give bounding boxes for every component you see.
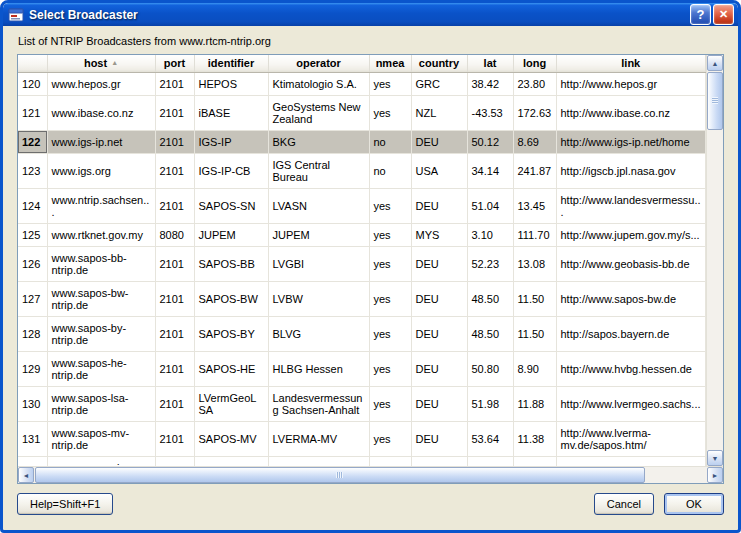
- cell-num[interactable]: 120: [18, 72, 47, 95]
- column-header-identifier[interactable]: identifier: [194, 55, 268, 72]
- cell-host[interactable]: www.hepos.gr: [47, 72, 155, 95]
- cell-operator[interactable]: LGN: [268, 456, 369, 466]
- cell-port[interactable]: 2101: [155, 281, 194, 316]
- table-row[interactable]: 122www.igs-ip.net2101IGS-IPBKGnoDEU50.12…: [18, 130, 706, 153]
- cell-operator[interactable]: BKG: [268, 130, 369, 153]
- cell-long[interactable]: 11.38: [513, 421, 556, 456]
- table-row[interactable]: 132www.sapos-ni-ntrip.de2101SAPOS-NILGNy…: [18, 456, 706, 466]
- cell-link[interactable]: http://sapos.bayern.de: [556, 316, 706, 351]
- cell-lat[interactable]: 48.50: [467, 281, 513, 316]
- cell-country[interactable]: DEU: [411, 130, 467, 153]
- column-header-country[interactable]: country: [411, 55, 467, 72]
- column-header-link[interactable]: link: [556, 55, 706, 72]
- cell-port[interactable]: 2101: [155, 351, 194, 386]
- titlebar-help-icon[interactable]: ?: [690, 4, 711, 25]
- cell-country[interactable]: DEU: [411, 281, 467, 316]
- cell-nmea[interactable]: yes: [369, 223, 411, 246]
- cell-num[interactable]: 131: [18, 421, 47, 456]
- cell-link[interactable]: http://www.lvermgeo.sachs...: [556, 386, 706, 421]
- cell-long[interactable]: 11.88: [513, 386, 556, 421]
- cell-host[interactable]: www.sapos-ni-ntrip.de: [47, 456, 155, 466]
- cell-country[interactable]: NZL: [411, 95, 467, 130]
- cell-num[interactable]: 126: [18, 246, 47, 281]
- cell-long[interactable]: 11.50: [513, 281, 556, 316]
- cell-host[interactable]: www.igs.org: [47, 153, 155, 188]
- cell-identifier[interactable]: SAPOS-BB: [194, 246, 268, 281]
- cell-num[interactable]: 127: [18, 281, 47, 316]
- cell-nmea[interactable]: yes: [369, 386, 411, 421]
- cell-host[interactable]: www.sapos-he-ntrip.de: [47, 351, 155, 386]
- cell-port[interactable]: 2101: [155, 421, 194, 456]
- help-button[interactable]: Help=Shift+F1: [17, 493, 113, 515]
- cell-port[interactable]: 2101: [155, 316, 194, 351]
- cell-port[interactable]: 2101: [155, 153, 194, 188]
- close-icon[interactable]: ✕: [713, 4, 734, 25]
- cell-lat[interactable]: -43.53: [467, 95, 513, 130]
- cell-host[interactable]: www.ntrip.sachsen...: [47, 188, 155, 223]
- cell-nmea[interactable]: yes: [369, 456, 411, 466]
- cell-operator[interactable]: Landesvermessung Sachsen-Anhalt: [268, 386, 369, 421]
- table-row[interactable]: 120www.hepos.gr2101HEPOSKtimatologio S.A…: [18, 72, 706, 95]
- cell-nmea[interactable]: yes: [369, 316, 411, 351]
- cell-host[interactable]: www.igs-ip.net: [47, 130, 155, 153]
- cell-port[interactable]: 2101: [155, 246, 194, 281]
- table-row[interactable]: 124www.ntrip.sachsen...2101SAPOS-SNLVASN…: [18, 188, 706, 223]
- cell-host[interactable]: www.rtknet.gov.my: [47, 223, 155, 246]
- ok-button[interactable]: OK: [664, 493, 724, 515]
- cell-link[interactable]: http://www.landesvermessu...: [556, 188, 706, 223]
- table-row[interactable]: 130www.sapos-lsa-ntrip.de2101LVermGeoLSA…: [18, 386, 706, 421]
- table-row[interactable]: 129www.sapos-he-ntrip.de2101SAPOS-HEHLBG…: [18, 351, 706, 386]
- cell-link[interactable]: http://www.geobasis-bb.de: [556, 246, 706, 281]
- cell-num[interactable]: 122: [18, 130, 47, 153]
- cell-operator[interactable]: LVASN: [268, 188, 369, 223]
- table-row[interactable]: 128www.sapos-by-ntrip.de2101SAPOS-BYBLVG…: [18, 316, 706, 351]
- cell-link[interactable]: http://www.hvbg.hessen.de: [556, 351, 706, 386]
- cell-port[interactable]: 2101: [155, 456, 194, 466]
- cell-long[interactable]: 8.90: [513, 351, 556, 386]
- cell-num[interactable]: 128: [18, 316, 47, 351]
- cell-lat[interactable]: 50.12: [467, 130, 513, 153]
- cell-identifier[interactable]: IGS-IP: [194, 130, 268, 153]
- cell-num[interactable]: 125: [18, 223, 47, 246]
- cell-long[interactable]: 13.08: [513, 246, 556, 281]
- cell-long[interactable]: 23.80: [513, 72, 556, 95]
- cell-num[interactable]: 121: [18, 95, 47, 130]
- cell-long[interactable]: 111.70: [513, 223, 556, 246]
- cell-link[interactable]: http://www.jupem.gov.my/s...: [556, 223, 706, 246]
- cancel-button[interactable]: Cancel: [594, 493, 654, 515]
- title-bar[interactable]: Select Broadcaster ? ✕: [3, 3, 738, 26]
- vertical-scrollbar[interactable]: ▲ ▼: [706, 55, 723, 466]
- scroll-right-icon[interactable]: ►: [707, 467, 723, 483]
- cell-lat[interactable]: 50.80: [467, 351, 513, 386]
- cell-lat[interactable]: 51.98: [467, 386, 513, 421]
- cell-identifier[interactable]: JUPEM: [194, 223, 268, 246]
- cell-identifier[interactable]: SAPOS-BW: [194, 281, 268, 316]
- cell-num[interactable]: 130: [18, 386, 47, 421]
- cell-lat[interactable]: 48.50: [467, 316, 513, 351]
- cell-identifier[interactable]: SAPOS-SN: [194, 188, 268, 223]
- column-header-operator[interactable]: operator: [268, 55, 369, 72]
- cell-nmea[interactable]: yes: [369, 72, 411, 95]
- cell-lat[interactable]: 51.04: [467, 188, 513, 223]
- cell-operator[interactable]: LVERMA-MV: [268, 421, 369, 456]
- cell-host[interactable]: www.sapos-mv-ntrip.de: [47, 421, 155, 456]
- cell-long[interactable]: 241.87: [513, 153, 556, 188]
- vertical-scroll-thumb[interactable]: [707, 72, 723, 130]
- cell-lat[interactable]: 34.14: [467, 153, 513, 188]
- cell-country[interactable]: DEU: [411, 456, 467, 466]
- cell-country[interactable]: DEU: [411, 421, 467, 456]
- cell-country[interactable]: DEU: [411, 188, 467, 223]
- cell-host[interactable]: www.sapos-bw-ntrip.de: [47, 281, 155, 316]
- table-row[interactable]: 126www.sapos-bb-ntrip.de2101SAPOS-BBLVGB…: [18, 246, 706, 281]
- column-header-num[interactable]: [18, 55, 47, 72]
- cell-country[interactable]: DEU: [411, 316, 467, 351]
- cell-operator[interactable]: GeoSystems New Zealand: [268, 95, 369, 130]
- cell-nmea[interactable]: yes: [369, 95, 411, 130]
- cell-operator[interactable]: Ktimatologio S.A.: [268, 72, 369, 95]
- cell-lat[interactable]: 52.40: [467, 456, 513, 466]
- cell-country[interactable]: GRC: [411, 72, 467, 95]
- cell-operator[interactable]: LVGBI: [268, 246, 369, 281]
- column-header-long[interactable]: long: [513, 55, 556, 72]
- table-row[interactable]: 131www.sapos-mv-ntrip.de2101SAPOS-MVLVER…: [18, 421, 706, 456]
- table-row[interactable]: 125www.rtknet.gov.my8080JUPEMJUPEMyesMYS…: [18, 223, 706, 246]
